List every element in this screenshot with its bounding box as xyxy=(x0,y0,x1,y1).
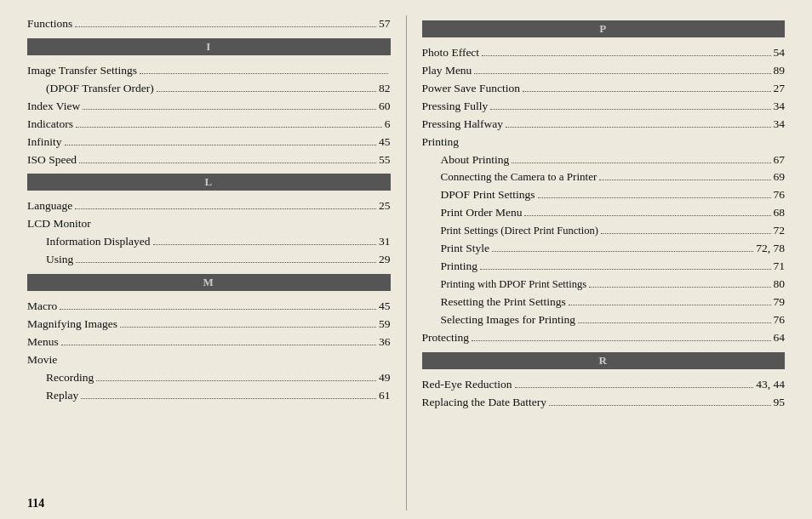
page-num: 82 xyxy=(379,80,391,98)
right-column: P Photo Effect 54 Play Menu 89 Power Sav… xyxy=(407,15,796,510)
section-header-p: P xyxy=(422,20,786,37)
list-item: Play Menu 89 xyxy=(422,62,786,80)
page-num: 34 xyxy=(774,116,786,134)
dots xyxy=(490,109,770,110)
list-item: Infinity 45 xyxy=(27,134,391,151)
entry-name: Information Displayed xyxy=(46,233,151,251)
list-item: Using 29 xyxy=(27,251,391,269)
page-num: 80 xyxy=(774,276,786,294)
list-item: Power Save Function 27 xyxy=(422,80,786,98)
dots xyxy=(492,251,753,252)
entry-name: Print Style xyxy=(441,240,489,258)
page-num: 67 xyxy=(774,151,786,169)
dots xyxy=(76,262,376,263)
entry-name: Image Transfer Settings xyxy=(27,62,137,80)
dots xyxy=(601,233,771,234)
list-item: Print Style 72, 78 xyxy=(422,240,786,258)
entry-name: Menus xyxy=(27,334,59,351)
page-num: 49 xyxy=(379,369,391,387)
entry-name: About Printing xyxy=(441,151,510,169)
dots xyxy=(120,327,376,328)
list-item: Functions 57 xyxy=(27,15,391,33)
dots xyxy=(76,127,382,128)
list-item: Red-Eye Reduction 43, 44 xyxy=(422,376,786,394)
entry-name: Replay xyxy=(46,387,78,405)
entry-name: Infinity xyxy=(27,134,62,151)
page-num: 6 xyxy=(385,116,391,134)
list-item: DPOF Print Settings 76 xyxy=(422,186,786,204)
dots xyxy=(482,55,770,56)
left-column: Functions 57 I Image Transfer Settings (… xyxy=(17,15,407,510)
list-item: Selecting Images for Printing 76 xyxy=(422,311,786,329)
list-item: Resetting the Print Settings 79 xyxy=(422,294,786,311)
dots xyxy=(75,208,376,209)
dots xyxy=(480,269,770,270)
page-num: 43, 44 xyxy=(756,376,785,394)
page-num: 59 xyxy=(379,316,391,334)
list-item: Image Transfer Settings (DPOF Transfer O… xyxy=(27,62,391,98)
list-item: Replay 61 xyxy=(27,387,391,405)
page: Functions 57 I Image Transfer Settings (… xyxy=(0,0,812,519)
list-item: Macro 45 xyxy=(27,298,391,316)
list-item: Printing 71 xyxy=(422,258,786,276)
dots xyxy=(569,305,771,305)
dots xyxy=(472,340,771,341)
entry-name: Printing with DPOF Print Settings xyxy=(441,277,587,293)
page-num: 36 xyxy=(379,334,391,351)
entry-name: (DPOF Transfer Order) xyxy=(46,80,154,98)
page-num: 34 xyxy=(774,98,786,116)
dots xyxy=(75,26,376,27)
page-num: 76 xyxy=(774,311,786,329)
entry-name: Indicators xyxy=(27,116,73,134)
dots xyxy=(515,387,754,388)
list-item: Protecting 64 xyxy=(422,329,786,347)
page-num: 72, 78 xyxy=(756,240,785,258)
list-item: Connecting the Camera to a Printer 69 xyxy=(422,168,786,186)
list-item: Recording 49 xyxy=(27,369,391,387)
section-header-m: M xyxy=(27,274,391,291)
dots xyxy=(524,215,770,216)
section-header-r: R xyxy=(422,352,786,369)
list-item: Menus 36 xyxy=(27,334,391,351)
dots xyxy=(60,309,376,310)
dots xyxy=(79,163,376,163)
page-num: 95 xyxy=(774,394,786,412)
page-num: 69 xyxy=(774,168,786,186)
page-num: 68 xyxy=(774,204,786,222)
list-item: Information Displayed 31 xyxy=(27,233,391,251)
list-item: ISO Speed 55 xyxy=(27,151,391,169)
list-item: Language 25 xyxy=(27,197,391,215)
entry-name: LCD Monitor xyxy=(27,215,91,233)
list-item: About Printing 67 xyxy=(422,151,786,169)
page-num: 79 xyxy=(774,294,786,311)
page-num: 31 xyxy=(379,233,391,251)
page-num: 76 xyxy=(774,186,786,204)
entry-name: Macro xyxy=(27,298,57,316)
entry-name: Pressing Halfway xyxy=(422,116,504,134)
entry-name: Recording xyxy=(46,369,94,387)
list-item: Print Settings (Direct Print Function) 7… xyxy=(422,222,786,240)
entry-name: Connecting the Camera to a Printer xyxy=(441,168,598,185)
list-item: Photo Effect 54 xyxy=(422,44,786,62)
dots xyxy=(512,163,770,163)
entry-name: Pressing Fully xyxy=(422,98,489,116)
list-item: Magnifying Images 59 xyxy=(27,316,391,334)
entry-name: Movie xyxy=(27,351,57,369)
page-num: 45 xyxy=(379,298,391,316)
dots xyxy=(538,197,771,198)
list-item: Print Order Menu 68 xyxy=(422,204,786,222)
list-item: Pressing Halfway 34 xyxy=(422,116,786,134)
entry-name: Functions xyxy=(27,15,72,33)
page-num: 29 xyxy=(379,251,391,269)
section-header-i: I xyxy=(27,38,391,55)
page-num: 55 xyxy=(379,151,391,169)
page-num: 64 xyxy=(774,329,786,347)
entry-name: Language xyxy=(27,197,72,215)
page-num: 54 xyxy=(774,44,786,62)
entry-name: Photo Effect xyxy=(422,44,480,62)
entry-name: Red-Eye Reduction xyxy=(422,376,512,394)
dots xyxy=(506,127,770,128)
dots xyxy=(578,322,770,323)
list-item: LCD Monitor xyxy=(27,215,391,233)
dots xyxy=(549,405,770,406)
